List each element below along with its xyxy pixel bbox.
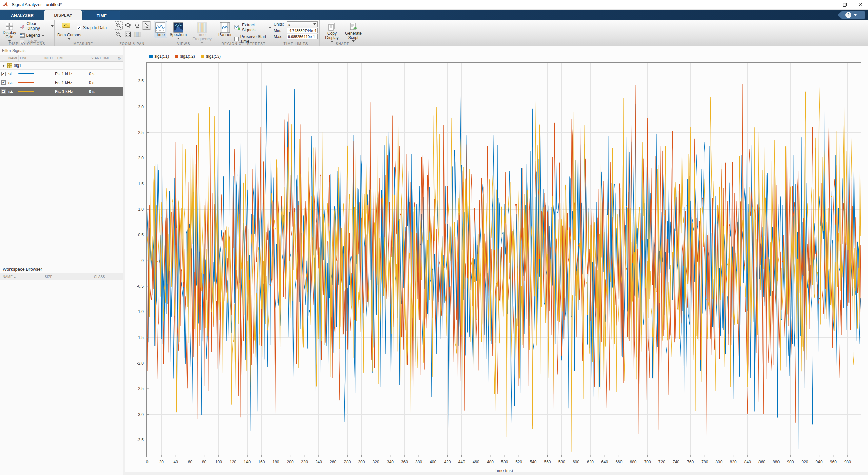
restore-button[interactable] bbox=[837, 0, 852, 10]
chevron-down-icon bbox=[42, 35, 44, 36]
svg-text:120: 120 bbox=[230, 460, 236, 464]
ws-column-class: CLASS bbox=[94, 275, 105, 279]
signal-group-row[interactable]: ▼ sig1 bbox=[0, 62, 123, 70]
signal-name: si. bbox=[7, 89, 18, 94]
svg-text:140: 140 bbox=[244, 460, 251, 464]
svg-text:Time (ms): Time (ms) bbox=[495, 468, 513, 472]
tab-display[interactable]: DISPLAY bbox=[44, 10, 82, 20]
signal-row[interactable]: ✓ si. Fs: 1 kHz 0 s bbox=[0, 70, 123, 78]
display-grid-icon bbox=[5, 22, 14, 31]
zoom-y-button[interactable] bbox=[133, 21, 142, 30]
close-icon bbox=[858, 3, 862, 7]
zoom-x-button[interactable] bbox=[123, 21, 132, 30]
legend-button[interactable]: Legend bbox=[20, 33, 54, 38]
zoom-in-button[interactable] bbox=[114, 21, 123, 30]
copy-display-button[interactable]: Copy Display bbox=[321, 21, 342, 44]
window-title: Signal Analyzer - untitled* bbox=[12, 2, 62, 7]
legend-color-swatch bbox=[149, 55, 153, 58]
legend-color-swatch bbox=[175, 55, 178, 58]
workspace-browser: Workspace Browser NAME ▲ SIZE CLASS bbox=[0, 265, 123, 280]
signal-start-time: 0 s bbox=[89, 80, 116, 85]
svg-text:720: 720 bbox=[658, 460, 665, 464]
signal-time: Fs: 1 kHz bbox=[55, 89, 89, 94]
svg-text:-3.0: -3.0 bbox=[137, 412, 144, 417]
extract-signals-icon bbox=[234, 25, 240, 31]
section-label: REGION OF INTEREST bbox=[215, 42, 272, 46]
panner-tool-button[interactable] bbox=[133, 30, 142, 38]
tree-collapse-icon[interactable]: ▼ bbox=[2, 64, 5, 68]
section-label: VIEWS bbox=[152, 42, 215, 46]
svg-text:0.5: 0.5 bbox=[138, 233, 144, 238]
workspace-browser-header: NAME ▲ SIZE CLASS bbox=[0, 273, 123, 280]
signal-row[interactable]: ✓ si. Fs: 1 kHz 0 s bbox=[0, 78, 123, 87]
help-button[interactable]: ? bbox=[837, 11, 865, 19]
tab-time[interactable]: TIME bbox=[83, 11, 120, 20]
signal-row[interactable]: ✓ si. Fs: 1 kHz 0 s bbox=[0, 87, 123, 96]
chevron-down-icon bbox=[313, 23, 316, 25]
legend-item[interactable]: sig1(:,1) bbox=[149, 54, 169, 59]
checkbox-checked-icon[interactable]: ✓ bbox=[1, 72, 6, 76]
fit-to-view-button[interactable] bbox=[123, 30, 132, 38]
signal-table-header: NAME LINE INFO TIME START TIME ⚙ bbox=[0, 55, 123, 62]
section-display-options: Display Grid Clear Display bbox=[0, 20, 55, 46]
svg-text:160: 160 bbox=[258, 460, 265, 464]
checkbox-checked-icon[interactable]: ✓ bbox=[1, 89, 6, 94]
snap-to-data-checkbox[interactable]: ✓ Snap to Data bbox=[77, 25, 107, 30]
filter-signals-row bbox=[0, 46, 123, 55]
pointer-button[interactable] bbox=[142, 21, 151, 30]
svg-text:660: 660 bbox=[615, 460, 622, 464]
svg-text:20: 20 bbox=[159, 460, 164, 464]
svg-text:200: 200 bbox=[287, 460, 294, 464]
checkbox-checked-icon[interactable]: ✓ bbox=[1, 80, 6, 85]
panner-button[interactable]: Panner bbox=[217, 21, 233, 38]
time-view-label: Time bbox=[156, 33, 165, 37]
data-cursors-button[interactable]: Data Cursors bbox=[57, 33, 81, 40]
max-time-input[interactable] bbox=[287, 34, 318, 39]
generate-script-button[interactable]: Generate Script bbox=[343, 21, 363, 43]
svg-text:420: 420 bbox=[444, 460, 451, 464]
svg-text:60: 60 bbox=[188, 460, 193, 464]
svg-text:440: 440 bbox=[458, 460, 465, 464]
svg-text:780: 780 bbox=[701, 460, 708, 464]
minimize-button[interactable] bbox=[821, 0, 837, 10]
time-view-icon bbox=[155, 22, 165, 33]
display-grid-button[interactable]: Display Grid bbox=[0, 21, 19, 43]
chevron-down-icon bbox=[8, 40, 11, 42]
svg-text:240: 240 bbox=[315, 460, 322, 464]
svg-text:2.5: 2.5 bbox=[138, 130, 144, 135]
svg-text:400: 400 bbox=[430, 460, 436, 464]
svg-text:920: 920 bbox=[801, 460, 808, 464]
tab-analyzer[interactable]: ANALYZER bbox=[1, 11, 43, 20]
time-frequency-view-button[interactable]: Time-Frequency bbox=[189, 21, 215, 45]
spectrum-view-button[interactable]: Spectrum bbox=[168, 21, 189, 41]
signal-group-label: sig1 bbox=[14, 63, 21, 68]
time-view-button[interactable]: Time bbox=[154, 21, 167, 38]
toolstrip-tab-bar: ANALYZER DISPLAY TIME ? bbox=[0, 10, 868, 20]
clear-display-button[interactable]: Clear Display bbox=[20, 21, 54, 31]
close-button[interactable] bbox=[852, 0, 868, 10]
svg-text:960: 960 bbox=[830, 460, 837, 464]
column-line: LINE bbox=[18, 55, 43, 61]
legend-label: sig1(:,3) bbox=[206, 54, 221, 59]
ribbon: Display Grid Clear Display bbox=[0, 20, 868, 46]
units-select[interactable]: s bbox=[287, 21, 318, 27]
section-label: SHARE bbox=[320, 42, 366, 46]
extract-signals-button[interactable]: Extract Signals bbox=[234, 23, 271, 32]
svg-text:280: 280 bbox=[344, 460, 351, 464]
checkbox-checked-icon: ✓ bbox=[77, 26, 81, 30]
legend-item[interactable]: sig1(:,3) bbox=[201, 54, 221, 59]
svg-text:840: 840 bbox=[744, 460, 751, 464]
time-plot-canvas[interactable]: 0204060801001201401601802002202402602803… bbox=[125, 46, 868, 472]
svg-text:900: 900 bbox=[787, 460, 794, 464]
generate-script-icon bbox=[349, 22, 358, 31]
svg-text:100: 100 bbox=[215, 460, 222, 464]
legend-item[interactable]: sig1(:,2) bbox=[175, 54, 195, 59]
data-cursors-icon: 2.5 bbox=[62, 23, 70, 28]
filter-signals-input[interactable] bbox=[0, 48, 123, 53]
svg-text:-2.5: -2.5 bbox=[137, 386, 144, 391]
zoom-out-button[interactable] bbox=[114, 30, 123, 38]
extract-signals-label: Extract Signals bbox=[242, 23, 267, 32]
min-time-input[interactable] bbox=[287, 28, 318, 33]
title-bar: Signal Analyzer - untitled* bbox=[0, 0, 868, 10]
gear-icon[interactable]: ⚙ bbox=[117, 56, 121, 61]
